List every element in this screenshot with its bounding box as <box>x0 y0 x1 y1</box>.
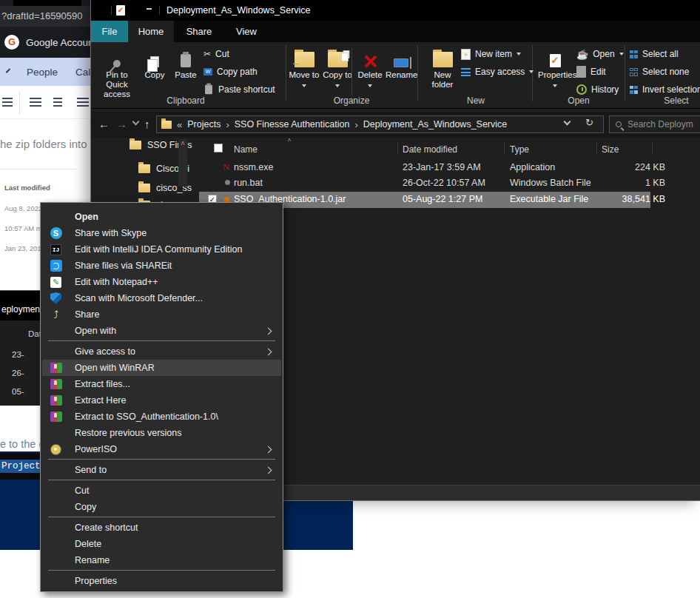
menu-item-defender-scan[interactable]: Scan with Microsoft Defender... <box>42 290 281 306</box>
menu-item-open-with[interactable]: Open with <box>42 323 281 339</box>
tab-home[interactable]: Home <box>128 21 174 42</box>
select-all-button[interactable]: Select all <box>630 47 679 61</box>
column-separator[interactable] <box>596 142 597 155</box>
chevron-down-icon[interactable] <box>6 68 10 73</box>
align-left-icon[interactable] <box>30 98 41 99</box>
new-item-button[interactable]: ✦ New item <box>461 47 521 61</box>
menu-item-extract-files[interactable]: Extract files... <box>42 376 281 392</box>
new-folder-button[interactable]: New folder <box>425 45 460 94</box>
menu-item-share[interactable]: ⤴ Share <box>42 306 281 323</box>
edit-button[interactable]: Edit <box>576 64 606 79</box>
menu-item-delete[interactable]: Delete <box>42 536 281 552</box>
rename-icon <box>386 45 417 67</box>
menu-item-shareit[interactable]: Share files via SHAREit <box>42 258 281 274</box>
submenu-arrow-icon <box>265 446 272 453</box>
line-spacing-icon[interactable] <box>53 98 62 99</box>
menu-item-open[interactable]: Open <box>42 209 281 225</box>
column-header-date[interactable]: Date modified <box>403 144 457 155</box>
window-title: Deployment_As_Windows_Service <box>166 5 311 16</box>
tab-file[interactable]: File <box>91 21 128 42</box>
menu-item-give-access[interactable]: Give access to <box>42 343 281 360</box>
submenu-arrow-icon <box>265 348 272 355</box>
history-button[interactable]: History <box>576 82 619 97</box>
paste-shortcut-icon <box>205 85 212 95</box>
menu-item-share-skype[interactable]: S Share with Skype <box>42 225 281 241</box>
menu-separator <box>48 570 275 571</box>
file-row-run-bat[interactable]: run.bat 26-Oct-22 10:57 AM Windows Batch… <box>199 175 673 191</box>
menu-item-poweriso[interactable]: PowerISO <box>42 441 281 457</box>
browser-tab[interactable] <box>13 0 81 6</box>
google-account-row[interactable]: G Google Account <box>0 27 90 58</box>
up-button[interactable]: ↑ <box>144 118 150 130</box>
move-to-button[interactable]: ← Move to <box>288 45 320 94</box>
select-none-button[interactable]: Select none <box>630 64 689 79</box>
column-separator[interactable] <box>397 142 398 155</box>
sidebar-scrollbar[interactable]: ᴧ <box>178 139 187 187</box>
menu-separator <box>48 340 275 341</box>
address-bar[interactable]: « Projects › SSO Finesse Authentication … <box>156 115 604 133</box>
tab-people[interactable]: People <box>27 67 58 78</box>
paste-button[interactable]: Paste <box>171 45 201 94</box>
indent-icon[interactable] <box>2 98 13 99</box>
delete-icon <box>354 45 386 67</box>
submenu-arrow-icon <box>265 466 272 474</box>
menu-item-restore-versions[interactable]: Restore previous versions <box>42 425 281 441</box>
menu-item-send-to[interactable]: Send to <box>42 462 281 478</box>
recent-locations-chevron-icon[interactable] <box>132 118 140 126</box>
menu-item-intellij[interactable]: IJ Edit with IntelliJ IDEA Community Edi… <box>42 241 281 258</box>
forward-button[interactable]: → <box>116 118 127 130</box>
file-row-nssm[interactable]: N nssm.exe 23-Jan-17 3:59 AM Application… <box>199 160 673 175</box>
properties-quick-icon[interactable]: ✓ <box>116 5 125 16</box>
menu-item-notepadpp[interactable]: ✎ Edit with Notepad++ <box>42 274 281 290</box>
menu-item-copy[interactable]: Copy <box>42 499 281 515</box>
table-row: 05- <box>12 387 24 396</box>
tab-share[interactable]: Share <box>174 21 224 42</box>
folder-icon <box>138 164 150 173</box>
breadcrumb-projects[interactable]: Projects <box>187 119 221 130</box>
column-separator[interactable] <box>652 142 653 155</box>
file-size: 224 KB <box>599 162 665 172</box>
select-all-checkbox[interactable] <box>214 144 223 152</box>
column-header-size[interactable]: Size <box>602 144 619 155</box>
breadcrumb-sso-finesse[interactable]: SSO Finesse Authentication <box>235 119 350 130</box>
folder-icon <box>161 121 172 129</box>
menu-item-extract-to[interactable]: Extract to SSO_Authentication-1.0\ <box>42 409 281 425</box>
file-size: 1 KB <box>599 178 665 188</box>
column-separator[interactable] <box>504 142 505 155</box>
breadcrumb-deployment[interactable]: Deployment_As_Windows_Service <box>363 119 508 130</box>
refresh-icon[interactable]: ↻ <box>585 117 593 128</box>
search-input[interactable]: Search Deploym <box>609 115 700 133</box>
tab-view[interactable]: View <box>224 21 269 42</box>
copy-path-button[interactable]: W Copy path <box>203 64 258 79</box>
menu-item-open-with-winrar[interactable]: Open with WinRAR <box>42 360 281 376</box>
back-button[interactable]: ← <box>98 118 110 130</box>
pin-to-quick-access-button[interactable]: Pin to Quick access <box>97 45 137 94</box>
menu-item-properties[interactable]: Properties <box>42 573 281 589</box>
paste-shortcut-button[interactable]: Paste shortcut <box>203 82 275 97</box>
copy-to-button[interactable]: Copy to <box>322 45 353 94</box>
folder-icon <box>129 141 141 150</box>
open-button[interactable]: ☕ Open <box>576 47 624 61</box>
column-header-name[interactable]: Name <box>234 144 258 155</box>
menu-separator <box>48 480 275 480</box>
menu-item-create-shortcut[interactable]: Create shortcut <box>42 520 281 536</box>
ribbon: Pin to Quick access Copy Paste ✂ Cut W C… <box>91 42 700 109</box>
invert-selection-button[interactable]: Invert selection <box>630 82 700 97</box>
group-label-organize: Organize <box>288 95 415 106</box>
align-right-icon[interactable] <box>77 98 89 99</box>
properties-button[interactable]: ✓ Properties <box>538 45 572 94</box>
easy-access-button[interactable]: Easy access <box>461 64 534 79</box>
delete-button[interactable]: Delete <box>354 45 386 94</box>
menu-item-rename[interactable]: Rename <box>42 552 281 568</box>
breadcrumb-chevrons[interactable]: « <box>177 119 182 130</box>
menu-item-extract-here[interactable]: Extract Here <box>42 392 281 409</box>
menu-item-cut[interactable]: Cut <box>42 483 281 499</box>
table-row: 26- <box>12 369 24 377</box>
rename-button[interactable]: Rename <box>386 45 417 94</box>
copy-button[interactable]: Copy <box>140 45 169 94</box>
winrar-icon <box>50 378 62 391</box>
column-header-type[interactable]: Type <box>510 144 529 155</box>
cut-button[interactable]: ✂ Cut <box>203 47 229 61</box>
menu-separator <box>48 459 275 460</box>
browser-url-bar[interactable]: ?draftId=16590590 <box>0 6 90 27</box>
